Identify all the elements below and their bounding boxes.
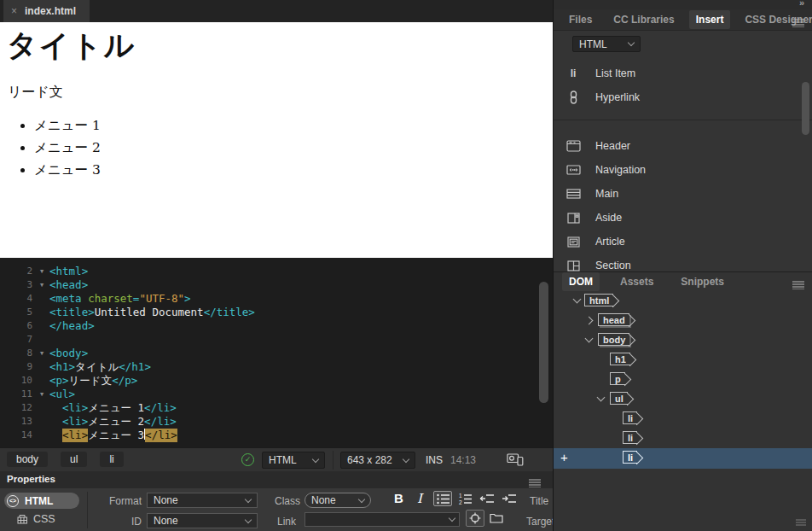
tag-selector-body[interactable]: body [7,452,48,467]
insert-item-hyperlink[interactable]: Hyperlink [554,85,812,109]
dom-node-h1[interactable]: h1 [554,350,812,370]
panel-menu-icon[interactable] [792,15,804,31]
code-tag: <p> [49,374,69,388]
code-line-5[interactable]: 5<title>Untitled Document</title> [0,306,553,319]
device-preview-icon[interactable] [507,453,524,469]
dom-node-li[interactable]: li [554,429,812,448]
document-tab-title: index.html [25,5,76,17]
insert-item-article[interactable]: Article [554,230,812,254]
code-text: メニュー 2 [88,415,144,429]
code-line-4[interactable]: 4<meta charset="UTF-8"> [0,292,553,306]
code-line-8[interactable]: 8▼<body> [0,347,553,360]
dom-node-p[interactable]: p [554,370,812,389]
tag-badge: li [623,451,637,464]
code-tag: </li> [144,415,177,429]
dom-node-head[interactable]: head [554,311,812,330]
dom-tree: htmlheadbodyh1pullili+li [554,272,812,531]
code-line-14[interactable]: 14 <li>メニュー 3</li> [0,429,553,442]
unordered-list-button[interactable] [433,491,452,506]
chevron-down-icon [245,516,252,522]
code-tag: <body> [49,347,88,360]
code-line-11[interactable]: 11▼<ul> [0,388,553,401]
target-label: Target [526,516,553,528]
code-line-9[interactable]: 9<h1>タイトル</h1> [0,360,553,374]
id-dropdown[interactable]: None [147,513,258,528]
collapse-panels-icon[interactable]: » [799,0,804,8]
code-line-13[interactable]: 13 <li>メニュー 2</li> [0,415,553,429]
dom-node-html[interactable]: html [554,291,812,311]
insert-scrollbar[interactable] [802,82,809,135]
line-number: 10 [0,374,34,388]
add-element-icon[interactable]: + [560,451,568,464]
chevron-down-icon[interactable] [597,394,606,402]
code-scrollbar[interactable] [539,282,548,403]
chevron-right-icon[interactable] [585,317,594,325]
dom-node-body[interactable]: body [554,330,812,350]
format-value: None [154,494,178,506]
insert-item-label: List Item [595,67,635,79]
tab-files[interactable]: Files [562,10,599,29]
format-dropdown[interactable]: None [147,493,258,508]
class-dropdown[interactable]: None [304,493,371,508]
code-fold-icon[interactable]: ▼ [34,278,49,292]
tag-badge: h1 [610,353,630,365]
design-menu-item: メニュー 1 [34,114,553,137]
tab-insert[interactable]: Insert [689,10,731,29]
code-line-6[interactable]: 6</head> [0,319,553,333]
code-line-12[interactable]: 12 <li>メニュー 1</li> [0,401,553,415]
insert-category-dropdown[interactable]: HTML [572,36,641,52]
chevron-down-icon[interactable] [585,335,594,343]
code-line-10[interactable]: 10<p>リード文</p> [0,374,553,388]
status-bar: bodyulli ✓ HTML 643 x 282 INS 14:13 [0,447,553,471]
line-number: 12 [0,401,34,415]
tag-selector-path: bodyulli [7,452,124,467]
code-line-3[interactable]: 3▼<head> [0,278,553,292]
code-fold-icon[interactable]: ▼ [34,347,49,360]
code-text: リード文 [69,374,113,388]
dom-node-ul[interactable]: ul [554,389,812,409]
chevron-down-icon [312,455,319,462]
link-input[interactable] [304,512,460,527]
html-button-label: HTML [25,495,53,507]
line-number: 11 [0,388,34,401]
code-line-2[interactable]: 2▼<html> [0,265,553,278]
viewport-size-value: 643 x 282 [347,454,392,466]
properties-css-button[interactable]: CSS [17,513,55,525]
point-to-file-button[interactable] [466,510,484,527]
code-line-7[interactable]: 7 [0,333,553,347]
dom-node-li-selected[interactable]: +li [554,448,812,469]
close-icon[interactable]: × [11,5,17,17]
bold-button[interactable]: B [394,491,403,505]
document-tab[interactable]: × index.html [3,0,90,22]
line-number: 2 [0,265,34,278]
insert-item-navigation[interactable]: Navigation [554,158,812,182]
doctype-dropdown[interactable]: HTML [262,452,325,469]
panel-resize-grip[interactable] [796,514,806,529]
code-fold-icon[interactable]: ▼ [34,265,49,278]
insert-item-list-item[interactable]: liList Item [554,61,812,85]
italic-button[interactable]: I [417,491,422,506]
tab-cc-libraries[interactable]: CC Libraries [606,10,681,29]
outdent-button[interactable] [478,491,496,506]
code-view[interactable]: 2▼<html>3▼<head>4<meta charset="UTF-8">5… [0,258,553,447]
viewport-size-dropdown[interactable]: 643 x 282 [340,452,415,469]
line-number: 13 [0,415,34,429]
code-fold-spacer [34,401,49,415]
css-button-label: CSS [33,513,55,525]
panel-menu-icon[interactable] [529,476,541,491]
tag-selector-ul[interactable]: ul [61,452,87,467]
chevron-down-icon[interactable] [573,295,582,304]
properties-html-button[interactable]: <> HTML [4,493,79,509]
indent-button[interactable] [500,491,519,506]
insert-item-main[interactable]: Main [554,182,812,206]
tag-selector-li[interactable]: li [100,452,123,467]
dom-node-li[interactable]: li [554,409,812,429]
panel-top-strip: » [554,0,812,9]
insert-item-header[interactable]: Header [554,134,812,158]
ordered-list-button[interactable]: 12 [455,491,474,506]
chevron-down-icon [449,515,455,522]
browse-file-button[interactable] [487,510,506,527]
design-view[interactable]: タイトル リード文 メニュー 1メニュー 2メニュー 3 [0,22,553,258]
code-fold-icon[interactable]: ▼ [34,388,49,401]
insert-item-aside[interactable]: Aside [554,206,812,230]
